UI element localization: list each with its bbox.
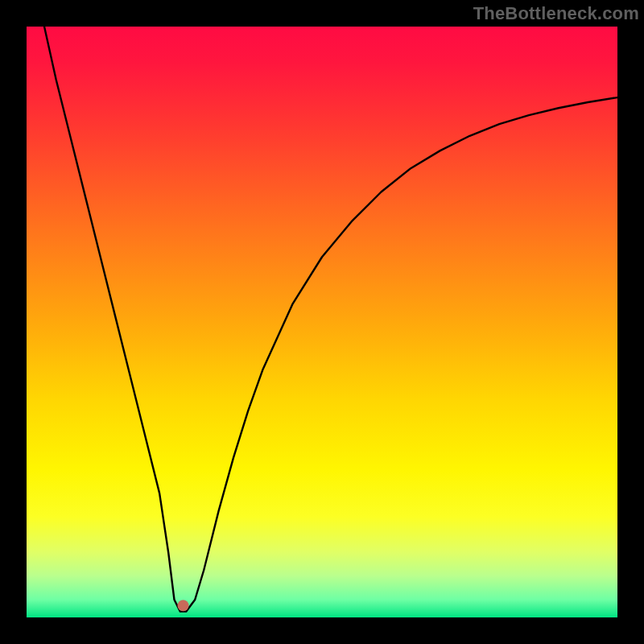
chart-svg [27, 27, 617, 617]
plot-area [27, 27, 617, 617]
watermark-text: TheBottleneck.com [473, 3, 639, 24]
chart-frame: TheBottleneck.com [0, 0, 644, 644]
minimum-marker [178, 600, 189, 611]
bottleneck-curve [44, 27, 617, 612]
